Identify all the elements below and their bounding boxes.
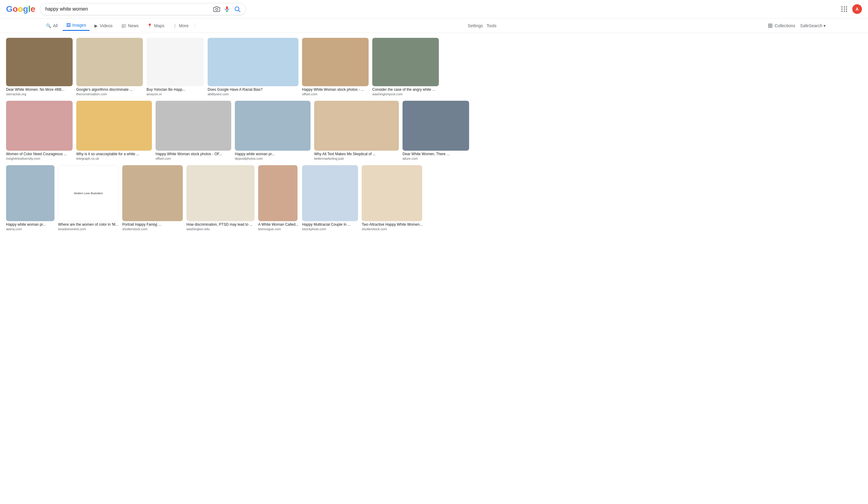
result-image (186, 165, 255, 221)
result-image (76, 101, 152, 151)
result-image: Modern Love illustration (59, 166, 118, 221)
result-source: teenvogue.com (258, 227, 298, 231)
result-item[interactable]: Happy white woman pr... depositphotos.co… (235, 101, 311, 160)
camera-search-button[interactable] (213, 6, 220, 12)
result-title: Does Google Have A Racial Bias? (208, 87, 298, 92)
result-image (302, 38, 369, 86)
header: Google (0, 0, 868, 19)
result-item[interactable]: Happy white woman pr... alamy.com (6, 165, 54, 231)
result-image (258, 165, 298, 221)
result-item[interactable]: Consider the case of the angry white ...… (372, 38, 439, 96)
result-source: bettermarketing.pub (314, 157, 399, 160)
result-source: washington.edu (186, 227, 255, 231)
svg-rect-1 (226, 6, 228, 10)
result-title: Happy White Woman stock photos - ... (302, 87, 369, 92)
maps-nav-icon: 📍 (147, 23, 152, 28)
result-item[interactable]: Dear White Women, There ... allure.com (403, 101, 469, 160)
result-title: Happy White Woman stock photos - OF... (156, 152, 231, 156)
nav-more[interactable]: ⋮ More (169, 21, 192, 31)
result-item[interactable]: Does Google Have A Racial Bias? abilitys… (208, 38, 298, 96)
result-image (6, 165, 54, 221)
result-item[interactable]: How discrimination, PTSD may lead to ...… (186, 165, 255, 231)
settings-button[interactable]: Settings (468, 23, 483, 28)
nav-separator (195, 23, 195, 29)
result-title: Happy white woman pr... (6, 222, 54, 227)
result-image (314, 101, 399, 151)
result-title: Google's algorithms discriminate ... (76, 87, 143, 92)
result-source: istockphoto.com (302, 227, 358, 231)
result-item[interactable]: Portrait Happy Famiyj ... shutterstock.c… (122, 165, 183, 231)
result-item[interactable]: Buy Yoloclan Be Happ... amazon.in (146, 38, 204, 96)
search-bar-container (40, 3, 246, 15)
result-image (146, 38, 204, 86)
user-avatar[interactable]: A (852, 4, 862, 14)
results-row-3: Happy white woman pr... alamy.com Modern… (6, 165, 862, 231)
result-source: allure.com (403, 157, 469, 160)
result-source: abilityseo.com (208, 92, 298, 96)
result-source: washingtonpost.com (372, 92, 439, 96)
result-title: A White Woman Called... (258, 222, 298, 227)
result-item[interactable]: Google's algorithms discriminate ... the… (76, 38, 143, 96)
nav-all[interactable]: 🔍 All (42, 21, 61, 31)
collections-button[interactable]: Collections (768, 23, 795, 28)
result-source: insightintodiversity.com (6, 157, 73, 160)
result-item[interactable]: Happy White Woman stock photos - ... off… (302, 38, 369, 96)
safesearch-button[interactable]: SafeSearch ▾ (800, 23, 826, 28)
result-image (403, 101, 469, 151)
result-image (76, 38, 143, 86)
search-icon-group (213, 6, 241, 12)
nav-right: Settings Tools (468, 23, 496, 28)
result-title: Happy Multiracial Couple In ... (302, 222, 358, 227)
result-title: Consider the case of the angry white ... (372, 87, 439, 92)
result-title: Women of Color Need Courageous ... (6, 152, 73, 156)
result-item[interactable]: Two Attractive Happy White Women... shut… (362, 165, 423, 231)
nav-images[interactable]: 🖼 Images (63, 20, 90, 31)
result-source: sierraclub.org (6, 92, 73, 96)
nav-videos[interactable]: ▶ Videos (91, 21, 116, 31)
result-title: Portrait Happy Famiyj ... (122, 222, 183, 227)
result-title: Why Alt Text Makes Me Skeptical of ... (314, 152, 399, 156)
result-image (235, 101, 311, 151)
svg-point-0 (216, 8, 218, 10)
result-source: depositphotos.com (235, 157, 311, 160)
svg-line-5 (239, 10, 240, 12)
search-nav-icon: 🔍 (46, 23, 51, 28)
result-source: alamy.com (6, 227, 54, 231)
nav-news[interactable]: 📰 News (117, 21, 142, 31)
svg-rect-6 (768, 24, 770, 25)
result-title: Two Attractive Happy White Women... (362, 222, 423, 227)
result-image (362, 165, 422, 221)
result-source: telegraph.co.uk (76, 157, 152, 160)
results-row-2: Women of Color Need Courageous ... insig… (6, 101, 862, 160)
result-item[interactable]: Happy Multiracial Couple In ... istockph… (302, 165, 358, 231)
result-item[interactable]: A White Woman Called... teenvogue.com (258, 165, 298, 231)
result-source: shutterstock.com (362, 227, 423, 231)
result-item[interactable]: Women of Color Need Courageous ... insig… (6, 101, 73, 160)
result-item[interactable]: Happy White Woman stock photos - OF... o… (156, 101, 231, 160)
result-item[interactable]: Why is it so unacceptable for a white ..… (76, 101, 152, 160)
result-source: offset.com (156, 157, 231, 160)
results-container: Dear White Women: No More #BB... sierrac… (0, 33, 868, 241)
result-title: Where are the women of color in 'M... (58, 222, 118, 227)
header-right: A (841, 4, 862, 14)
result-source: offset.com (302, 92, 369, 96)
search-submit-button[interactable] (234, 6, 241, 12)
google-logo[interactable]: Google (6, 4, 35, 14)
svg-rect-9 (771, 26, 772, 28)
result-source: shutterstock.com (122, 227, 183, 231)
result-image (156, 101, 231, 151)
results-row-1: Dear White Women: No More #BB... sierrac… (6, 38, 862, 96)
voice-search-button[interactable] (224, 6, 230, 12)
result-source: amazon.in (146, 92, 204, 96)
result-item[interactable]: Dear White Women: No More #BB... sierrac… (6, 38, 73, 96)
tools-button[interactable]: Tools (487, 23, 497, 28)
search-input[interactable] (45, 6, 210, 12)
svg-rect-8 (768, 26, 770, 28)
nav-maps[interactable]: 📍 Maps (143, 21, 168, 31)
result-title: Dear White Women: No More #BB... (6, 87, 73, 92)
apps-grid-icon[interactable] (841, 6, 847, 12)
result-item[interactable]: Modern Love illustration Where are the w… (58, 165, 118, 231)
news-nav-icon: 📰 (121, 23, 126, 28)
result-item[interactable]: Why Alt Text Makes Me Skeptical of ... b… (314, 101, 399, 160)
result-image (6, 101, 73, 151)
